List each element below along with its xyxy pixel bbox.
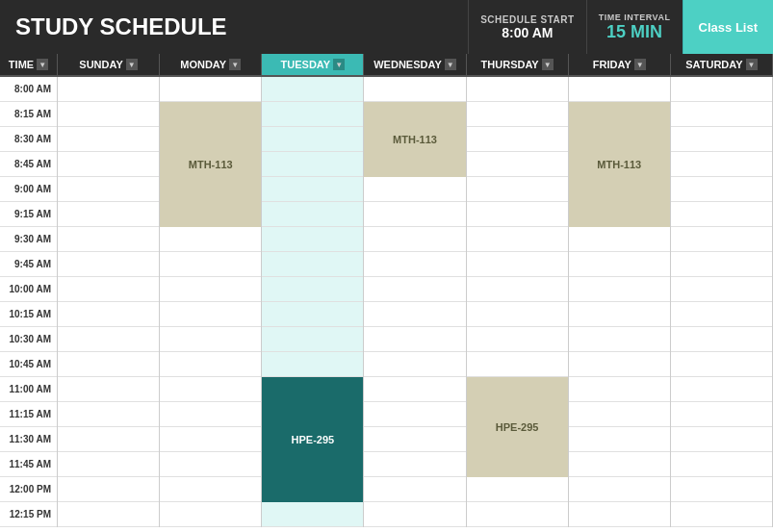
day-cell[interactable]	[467, 277, 568, 302]
day-cell[interactable]	[58, 427, 159, 452]
day-cell[interactable]	[671, 77, 772, 102]
day-cell[interactable]	[58, 177, 159, 202]
day-cell[interactable]	[467, 77, 568, 102]
day-cell[interactable]	[569, 427, 670, 452]
day-cell[interactable]	[671, 277, 772, 302]
day-cell[interactable]	[262, 177, 363, 202]
day-cell[interactable]	[262, 227, 363, 252]
day-cell[interactable]	[160, 427, 261, 452]
day-cell[interactable]	[58, 377, 159, 402]
day-cell[interactable]	[160, 452, 261, 477]
day-cell[interactable]	[671, 202, 772, 227]
thursday-dropdown-icon[interactable]: ▼	[542, 59, 554, 70]
friday-dropdown-icon[interactable]: ▼	[634, 59, 646, 70]
day-cell[interactable]	[364, 327, 465, 352]
day-cell[interactable]	[569, 227, 670, 252]
event-block[interactable]: MTH-113	[364, 102, 465, 177]
col-header-tuesday[interactable]: TUESDAY ▼	[262, 54, 364, 75]
day-cell[interactable]	[58, 227, 159, 252]
day-cell[interactable]	[364, 502, 465, 527]
monday-dropdown-icon[interactable]: ▼	[229, 59, 241, 70]
day-cell[interactable]	[58, 477, 159, 502]
day-cell[interactable]	[671, 377, 772, 402]
day-cell[interactable]	[160, 477, 261, 502]
day-cell[interactable]	[467, 252, 568, 277]
col-header-time[interactable]: TIME ▼	[0, 54, 58, 75]
day-cell[interactable]	[364, 202, 465, 227]
day-cell[interactable]	[160, 377, 261, 402]
event-block[interactable]: MTH-113	[160, 102, 261, 227]
day-cell[interactable]	[364, 352, 465, 377]
event-block[interactable]: MTH-113	[569, 102, 670, 227]
day-cell[interactable]	[671, 302, 772, 327]
col-header-saturday[interactable]: SATURDAY ▼	[671, 54, 773, 75]
day-cell[interactable]	[671, 152, 772, 177]
day-cell[interactable]	[467, 152, 568, 177]
day-cell[interactable]	[58, 152, 159, 177]
col-header-sunday[interactable]: SUNDAY ▼	[58, 54, 160, 75]
day-cell[interactable]	[160, 502, 261, 527]
day-cell[interactable]	[671, 252, 772, 277]
class-list-button[interactable]: Class List	[683, 0, 773, 54]
day-cell[interactable]	[671, 227, 772, 252]
col-header-wednesday[interactable]: WEDNESDAY ▼	[364, 54, 466, 75]
day-cell[interactable]	[364, 77, 465, 102]
day-cell[interactable]	[569, 502, 670, 527]
day-cell[interactable]	[58, 77, 159, 102]
day-cell[interactable]	[58, 502, 159, 527]
day-cell[interactable]	[671, 127, 772, 152]
day-cell[interactable]	[160, 277, 261, 302]
day-cell[interactable]	[262, 277, 363, 302]
day-cell[interactable]	[671, 352, 772, 377]
day-cell[interactable]	[364, 227, 465, 252]
col-header-friday[interactable]: FRIDAY ▼	[569, 54, 671, 75]
day-cell[interactable]	[160, 77, 261, 102]
sunday-dropdown-icon[interactable]: ▼	[126, 59, 138, 70]
day-cell[interactable]	[671, 177, 772, 202]
day-cell[interactable]	[262, 202, 363, 227]
day-cell[interactable]	[262, 77, 363, 102]
day-cell[interactable]	[262, 302, 363, 327]
day-cell[interactable]	[467, 202, 568, 227]
day-cell[interactable]	[671, 502, 772, 527]
day-cell[interactable]	[467, 102, 568, 127]
day-cell[interactable]	[671, 427, 772, 452]
day-cell[interactable]	[262, 127, 363, 152]
day-cell[interactable]	[569, 77, 670, 102]
day-cell[interactable]	[58, 302, 159, 327]
day-cell[interactable]	[671, 102, 772, 127]
day-cell[interactable]	[569, 352, 670, 377]
day-cell[interactable]	[467, 352, 568, 377]
day-cell[interactable]	[160, 252, 261, 277]
day-cell[interactable]	[160, 302, 261, 327]
day-cell[interactable]	[262, 102, 363, 127]
day-cell[interactable]	[58, 252, 159, 277]
day-cell[interactable]	[364, 377, 465, 402]
day-cell[interactable]	[160, 352, 261, 377]
day-cell[interactable]	[569, 477, 670, 502]
day-cell[interactable]	[58, 202, 159, 227]
day-cell[interactable]	[58, 327, 159, 352]
day-cell[interactable]	[58, 102, 159, 127]
day-cell[interactable]	[671, 402, 772, 427]
day-cell[interactable]	[671, 452, 772, 477]
day-cell[interactable]	[364, 302, 465, 327]
col-header-thursday[interactable]: THURSDAY ▼	[467, 54, 569, 75]
day-cell[interactable]	[262, 502, 363, 527]
day-cell[interactable]	[569, 302, 670, 327]
day-cell[interactable]	[58, 127, 159, 152]
col-header-monday[interactable]: MONDAY ▼	[160, 54, 262, 75]
day-cell[interactable]	[58, 277, 159, 302]
time-dropdown-icon[interactable]: ▼	[37, 59, 48, 70]
event-block[interactable]: HPE-295	[467, 377, 568, 477]
day-cell[interactable]	[569, 252, 670, 277]
day-cell[interactable]	[467, 327, 568, 352]
day-cell[interactable]	[671, 327, 772, 352]
day-cell[interactable]	[160, 227, 261, 252]
day-cell[interactable]	[262, 252, 363, 277]
day-cell[interactable]	[569, 452, 670, 477]
wednesday-dropdown-icon[interactable]: ▼	[445, 59, 456, 70]
day-cell[interactable]	[364, 402, 465, 427]
day-cell[interactable]	[467, 227, 568, 252]
day-cell[interactable]	[58, 352, 159, 377]
